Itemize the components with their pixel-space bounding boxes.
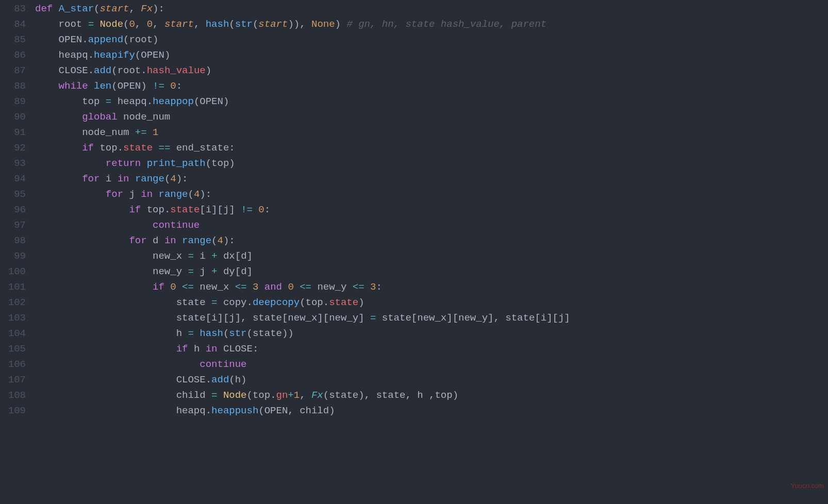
code-line: global node_num bbox=[35, 109, 828, 125]
code-line: new_x = i + dx[d] bbox=[35, 248, 828, 264]
line-number: 100 bbox=[0, 264, 26, 279]
code-line: CLOSE.add(root.hash_value) bbox=[35, 63, 828, 78]
code-line: for d in range(4): bbox=[35, 233, 828, 248]
line-number: 83 bbox=[0, 1, 26, 16]
code-line: heapq.heappush(OPEN, child) bbox=[35, 403, 828, 418]
line-number: 88 bbox=[0, 78, 26, 94]
code-line: if top.state[i][j] != 0: bbox=[35, 202, 828, 217]
line-number: 87 bbox=[0, 63, 26, 78]
code-line: if h in CLOSE: bbox=[35, 341, 828, 357]
code-line: for j in range(4): bbox=[35, 187, 828, 202]
line-number: 84 bbox=[0, 16, 26, 32]
code-line: continue bbox=[35, 217, 828, 233]
code-line: return print_path(top) bbox=[35, 156, 828, 171]
line-number: 107 bbox=[0, 372, 26, 388]
code-area[interactable]: def A_star(start, Fx): root = Node(0, 0,… bbox=[35, 1, 828, 418]
line-number: 91 bbox=[0, 125, 26, 140]
line-number: 95 bbox=[0, 187, 26, 202]
line-number: 99 bbox=[0, 248, 26, 264]
line-number: 103 bbox=[0, 310, 26, 326]
line-number: 98 bbox=[0, 233, 26, 248]
code-line: top = heapq.heappop(OPEN) bbox=[35, 94, 828, 109]
line-number: 86 bbox=[0, 47, 26, 63]
line-number: 93 bbox=[0, 156, 26, 171]
code-line: new_y = j + dy[d] bbox=[35, 264, 828, 279]
code-line: child = Node(top.gn+1, Fx(state), state,… bbox=[35, 388, 828, 403]
code-line: OPEN.append(root) bbox=[35, 32, 828, 47]
line-number: 104 bbox=[0, 326, 26, 341]
line-number: 85 bbox=[0, 32, 26, 47]
line-number: 94 bbox=[0, 171, 26, 187]
code-line: state = copy.deepcopy(top.state) bbox=[35, 295, 828, 310]
code-line: CLOSE.add(h) bbox=[35, 372, 828, 388]
line-number: 96 bbox=[0, 202, 26, 217]
line-number-gutter: 8384858687888990919293949596979899100101… bbox=[0, 1, 35, 418]
line-number: 106 bbox=[0, 357, 26, 372]
line-number: 89 bbox=[0, 94, 26, 109]
code-editor[interactable]: 8384858687888990919293949596979899100101… bbox=[0, 0, 828, 418]
line-number: 108 bbox=[0, 388, 26, 403]
line-number: 109 bbox=[0, 403, 26, 418]
line-number: 90 bbox=[0, 109, 26, 125]
code-line: state[i][j], state[new_x][new_y] = state… bbox=[35, 310, 828, 326]
code-line: if top.state == end_state: bbox=[35, 140, 828, 156]
line-number: 97 bbox=[0, 217, 26, 233]
line-number: 92 bbox=[0, 140, 26, 156]
code-line: for i in range(4): bbox=[35, 171, 828, 187]
line-number: 105 bbox=[0, 341, 26, 357]
line-number: 101 bbox=[0, 279, 26, 295]
code-line: if 0 <= new_x <= 3 and 0 <= new_y <= 3: bbox=[35, 279, 828, 295]
code-line: node_num += 1 bbox=[35, 125, 828, 140]
code-line: def A_star(start, Fx): bbox=[35, 1, 828, 16]
code-line: while len(OPEN) != 0: bbox=[35, 78, 828, 94]
line-number: 102 bbox=[0, 295, 26, 310]
code-line: h = hash(str(state)) bbox=[35, 326, 828, 341]
code-line: continue bbox=[35, 357, 828, 372]
code-line: heapq.heapify(OPEN) bbox=[35, 47, 828, 63]
code-line: root = Node(0, 0, start, hash(str(start)… bbox=[35, 16, 828, 32]
